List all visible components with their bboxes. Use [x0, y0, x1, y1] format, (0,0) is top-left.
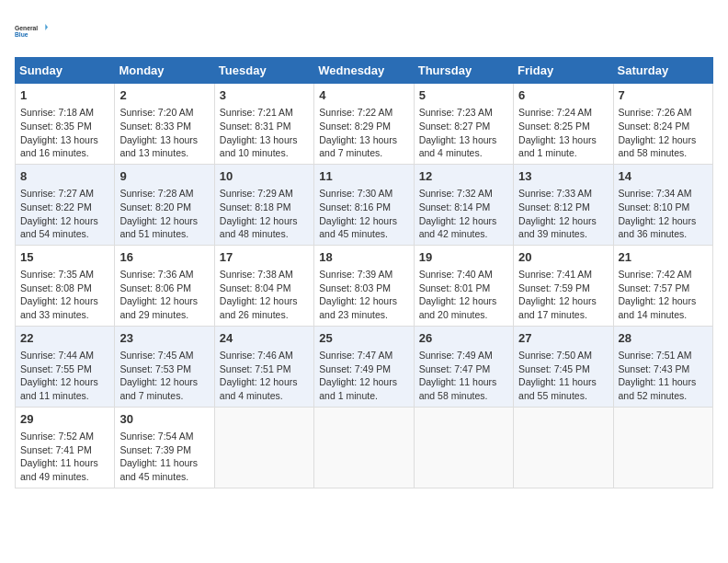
daylight-line: Daylight: 13 hours and 4 minutes. — [419, 134, 497, 159]
sunset-line: Sunset: 8:18 PM — [220, 201, 291, 213]
day-number: 19 — [419, 249, 508, 266]
day-cell-4: 4Sunrise: 7:22 AMSunset: 8:29 PMDaylight… — [314, 84, 414, 165]
day-cell-18: 18Sunrise: 7:39 AMSunset: 8:03 PMDayligh… — [314, 245, 414, 326]
day-number: 10 — [220, 168, 309, 185]
daylight-line: Daylight: 12 hours and 54 minutes. — [20, 215, 98, 240]
svg-text:General: General — [15, 25, 38, 31]
day-cell-6: 6Sunrise: 7:24 AMSunset: 8:25 PMDaylight… — [514, 84, 613, 165]
day-cell-12: 12Sunrise: 7:32 AMSunset: 8:14 PMDayligh… — [414, 164, 513, 245]
day-cell-29: 29Sunrise: 7:52 AMSunset: 7:41 PMDayligh… — [16, 407, 115, 488]
daylight-line: Daylight: 11 hours and 58 minutes. — [419, 376, 497, 401]
sunrise-line: Sunrise: 7:47 AM — [319, 350, 392, 361]
sunset-line: Sunset: 8:12 PM — [518, 201, 590, 213]
day-number: 16 — [119, 249, 209, 266]
sunrise-line: Sunrise: 7:51 AM — [619, 350, 692, 361]
day-number: 9 — [119, 168, 209, 185]
day-number: 5 — [419, 87, 508, 104]
sunrise-line: Sunrise: 7:30 AM — [319, 188, 392, 199]
sunrise-line: Sunrise: 7:32 AM — [419, 188, 493, 199]
day-cell-13: 13Sunrise: 7:33 AMSunset: 8:12 PMDayligh… — [514, 164, 613, 245]
daylight-line: Daylight: 12 hours and 23 minutes. — [319, 295, 397, 320]
sunset-line: Sunset: 8:31 PM — [220, 121, 291, 132]
day-cell-9: 9Sunrise: 7:28 AMSunset: 8:20 PMDaylight… — [115, 164, 214, 245]
daylight-line: Daylight: 12 hours and 48 minutes. — [220, 215, 298, 240]
sunset-line: Sunset: 8:01 PM — [419, 282, 491, 293]
sunset-line: Sunset: 8:06 PM — [119, 282, 191, 293]
day-number: 17 — [220, 249, 309, 266]
daylight-line: Daylight: 11 hours and 52 minutes. — [619, 376, 697, 401]
daylight-line: Daylight: 11 hours and 55 minutes. — [518, 376, 597, 401]
day-number: 25 — [319, 330, 408, 347]
sunrise-line: Sunrise: 7:42 AM — [619, 269, 692, 280]
sunset-line: Sunset: 7:53 PM — [119, 363, 191, 374]
sunset-line: Sunset: 7:49 PM — [319, 363, 391, 374]
weekday-header-tuesday: Tuesday — [214, 58, 313, 84]
weekday-header-saturday: Saturday — [613, 58, 712, 84]
day-cell-25: 25Sunrise: 7:47 AMSunset: 7:49 PMDayligh… — [314, 326, 414, 407]
sunrise-line: Sunrise: 7:40 AM — [419, 269, 493, 280]
day-number: 24 — [220, 330, 309, 347]
empty-cell — [214, 407, 313, 488]
sunset-line: Sunset: 7:39 PM — [119, 444, 191, 455]
sunset-line: Sunset: 8:16 PM — [319, 201, 391, 213]
daylight-line: Daylight: 13 hours and 13 minutes. — [119, 134, 198, 159]
daylight-line: Daylight: 12 hours and 7 minutes. — [119, 376, 198, 401]
day-number: 13 — [518, 168, 608, 185]
day-cell-5: 5Sunrise: 7:23 AMSunset: 8:27 PMDaylight… — [414, 84, 513, 165]
day-cell-10: 10Sunrise: 7:29 AMSunset: 8:18 PMDayligh… — [214, 164, 313, 245]
sunrise-line: Sunrise: 7:39 AM — [319, 269, 392, 280]
sunset-line: Sunset: 8:24 PM — [619, 121, 690, 132]
day-number: 27 — [518, 330, 608, 347]
day-number: 18 — [319, 249, 408, 266]
sunset-line: Sunset: 8:20 PM — [119, 201, 191, 213]
page-header: General Blue — [15, 15, 713, 48]
sunrise-line: Sunrise: 7:46 AM — [220, 350, 293, 361]
daylight-line: Daylight: 12 hours and 20 minutes. — [419, 295, 497, 320]
day-number: 8 — [20, 168, 109, 185]
day-cell-1: 1Sunrise: 7:18 AMSunset: 8:35 PMDaylight… — [16, 84, 115, 165]
day-cell-3: 3Sunrise: 7:21 AMSunset: 8:31 PMDaylight… — [214, 84, 313, 165]
calendar-row-3: 15Sunrise: 7:35 AMSunset: 8:08 PMDayligh… — [16, 245, 713, 326]
sunrise-line: Sunrise: 7:38 AM — [220, 269, 293, 280]
daylight-line: Daylight: 13 hours and 1 minute. — [518, 134, 597, 159]
weekday-header-friday: Friday — [514, 58, 613, 84]
day-number: 4 — [319, 87, 408, 104]
day-number: 21 — [619, 249, 708, 266]
daylight-line: Daylight: 13 hours and 10 minutes. — [220, 134, 298, 159]
day-number: 30 — [119, 411, 209, 428]
day-cell-23: 23Sunrise: 7:45 AMSunset: 7:53 PMDayligh… — [115, 326, 214, 407]
sunrise-line: Sunrise: 7:21 AM — [220, 107, 293, 118]
calendar-row-4: 22Sunrise: 7:44 AMSunset: 7:55 PMDayligh… — [16, 326, 713, 407]
day-cell-19: 19Sunrise: 7:40 AMSunset: 8:01 PMDayligh… — [414, 245, 513, 326]
day-number: 22 — [20, 330, 109, 347]
sunset-line: Sunset: 7:57 PM — [619, 282, 690, 293]
daylight-line: Daylight: 12 hours and 51 minutes. — [119, 215, 198, 240]
sunset-line: Sunset: 8:35 PM — [20, 121, 92, 132]
daylight-line: Daylight: 12 hours and 45 minutes. — [319, 215, 397, 240]
calendar-row-1: 1Sunrise: 7:18 AMSunset: 8:35 PMDaylight… — [16, 84, 713, 165]
daylight-line: Daylight: 12 hours and 1 minute. — [319, 376, 397, 401]
sunrise-line: Sunrise: 7:23 AM — [419, 107, 493, 118]
logo: General Blue — [15, 15, 48, 48]
weekday-header-wednesday: Wednesday — [314, 58, 414, 84]
day-number: 6 — [518, 87, 608, 104]
sunset-line: Sunset: 7:59 PM — [518, 282, 590, 293]
daylight-line: Daylight: 11 hours and 45 minutes. — [119, 457, 198, 482]
sunrise-line: Sunrise: 7:41 AM — [518, 269, 592, 280]
day-number: 20 — [518, 249, 608, 266]
sunrise-line: Sunrise: 7:36 AM — [119, 269, 193, 280]
daylight-line: Daylight: 12 hours and 4 minutes. — [220, 376, 298, 401]
day-cell-24: 24Sunrise: 7:46 AMSunset: 7:51 PMDayligh… — [214, 326, 313, 407]
sunrise-line: Sunrise: 7:52 AM — [20, 431, 94, 442]
sunrise-line: Sunrise: 7:45 AM — [119, 350, 193, 361]
sunrise-line: Sunrise: 7:33 AM — [518, 188, 592, 199]
daylight-line: Daylight: 12 hours and 39 minutes. — [518, 215, 597, 240]
daylight-line: Daylight: 12 hours and 29 minutes. — [119, 295, 198, 320]
daylight-line: Daylight: 12 hours and 36 minutes. — [619, 215, 697, 240]
day-number: 26 — [419, 330, 508, 347]
day-cell-17: 17Sunrise: 7:38 AMSunset: 8:04 PMDayligh… — [214, 245, 313, 326]
sunrise-line: Sunrise: 7:24 AM — [518, 107, 592, 118]
empty-cell — [314, 407, 414, 488]
calendar-row-2: 8Sunrise: 7:27 AMSunset: 8:22 PMDaylight… — [16, 164, 713, 245]
daylight-line: Daylight: 12 hours and 42 minutes. — [419, 215, 497, 240]
